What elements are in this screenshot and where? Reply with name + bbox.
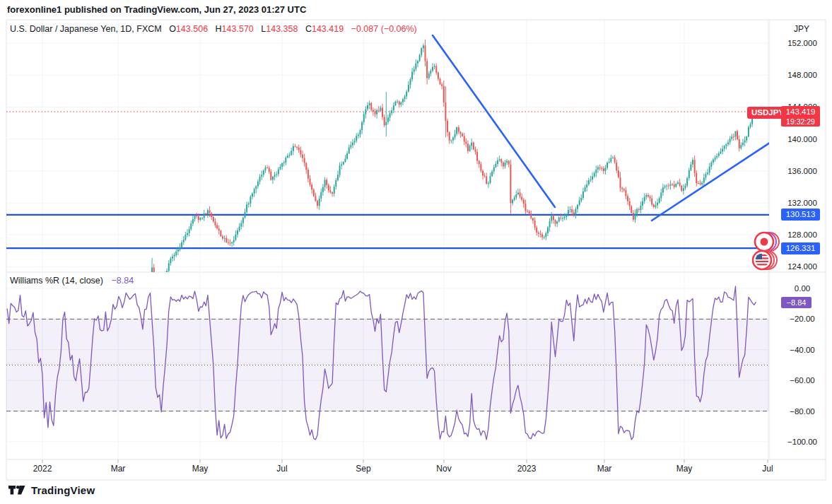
- time-axis-label: May: [676, 464, 693, 474]
- level-badge-130513: 130.513: [781, 209, 820, 221]
- indicator-axis-tick: −60.00: [782, 376, 823, 385]
- indicator-axis-tick: −40.00: [782, 346, 823, 354]
- tradingview-footer[interactable]: TradingView: [8, 484, 95, 496]
- price-axis-tick: 140.000: [782, 135, 823, 143]
- chart-canvas[interactable]: [0, 0, 832, 504]
- indicator-axis-tick: −100.00: [782, 438, 823, 446]
- attribution-text: forexonline1 published on TradingView.co…: [7, 4, 306, 15]
- time-axis-label: Jul: [276, 464, 287, 474]
- tradingview-logo-icon: [8, 485, 25, 496]
- time-axis-label: 2022: [33, 464, 52, 474]
- level-badge-126331: 126.331: [781, 242, 820, 254]
- time-axis-label: Mar: [111, 464, 126, 474]
- time-axis-label: Nov: [436, 464, 451, 474]
- last-price-value: 143.419: [781, 107, 820, 117]
- change-value: −0.087 (−0.06%): [351, 24, 417, 34]
- open-label: O: [169, 24, 176, 34]
- low-value: 143.358: [266, 24, 298, 34]
- price-axis-tick: 124.000: [782, 262, 823, 271]
- symbol-title: U.S. Dollar / Japanese Yen, 1D, FXCM: [10, 24, 162, 34]
- indicator-value: −8.84: [111, 276, 134, 286]
- price-axis-tick: 136.000: [782, 167, 823, 175]
- close-value: 143.419: [312, 24, 344, 34]
- time-axis-label: Jul: [762, 464, 773, 474]
- price-axis-tick: 148.000: [782, 71, 823, 79]
- price-axis-tick: 132.000: [782, 199, 823, 207]
- jpy-flag-icon: [755, 233, 779, 251]
- symbol-header[interactable]: U.S. Dollar / Japanese Yen, 1D, FXCM O14…: [10, 24, 417, 34]
- indicator-axis-tick: −20.00: [782, 315, 823, 323]
- high-value: 143.570: [222, 24, 254, 34]
- price-axis-tick: 128.000: [782, 230, 823, 239]
- tradingview-brand-text: TradingView: [31, 484, 95, 496]
- high-label: H: [216, 24, 222, 34]
- indicator-axis-tick: 0.00: [782, 284, 823, 293]
- open-value: 143.506: [176, 24, 208, 34]
- indicator-header[interactable]: Williams %R (14, close) −8.84: [10, 276, 134, 286]
- last-price-badge: 143.419 19:32:29: [781, 106, 820, 127]
- close-label: C: [305, 24, 312, 34]
- time-axis-label: May: [192, 464, 209, 474]
- williams-value-badge: −8.84: [781, 297, 812, 308]
- indicator-axis-tick: −80.00: [782, 407, 823, 416]
- time-axis-label: Sep: [356, 464, 370, 474]
- usd-flag-icon: [753, 251, 777, 269]
- bar-countdown: 19:32:29: [781, 117, 820, 127]
- price-axis-currency: JPY: [782, 24, 821, 34]
- time-axis-label: Mar: [597, 464, 612, 474]
- indicator-name: Williams %R (14, close): [10, 276, 103, 286]
- time-axis-label: 2023: [517, 464, 537, 474]
- price-axis-tick: 152.000: [782, 39, 823, 47]
